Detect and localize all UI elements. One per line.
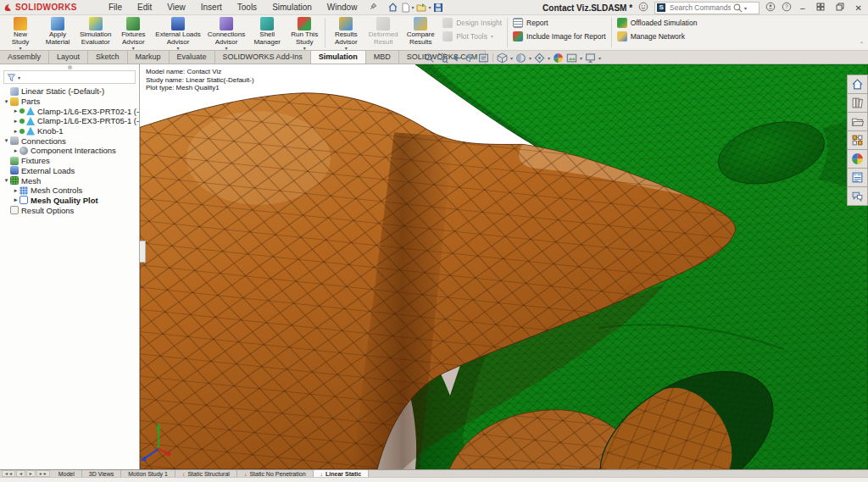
open-document-button[interactable]: ▾	[416, 3, 431, 13]
section-view-icon[interactable]	[465, 53, 476, 64]
tree-item-knob[interactable]: ▸Knob-1	[0, 126, 139, 136]
custom-properties-icon[interactable]	[847, 169, 868, 187]
edit-appearance-icon[interactable]	[553, 53, 564, 64]
feedback-icon[interactable]	[638, 2, 648, 14]
view-settings-caret[interactable]: ▾	[598, 55, 601, 61]
tab-solidworks-add-ins[interactable]: SOLIDWORKS Add-Ins	[214, 50, 311, 64]
menu-tools[interactable]: Tools	[230, 1, 264, 14]
report-button[interactable]: Report	[513, 18, 606, 28]
hide-show-items-icon[interactable]	[534, 53, 545, 64]
previous-tab-button[interactable]: ◄	[16, 470, 25, 477]
run-this-study-button[interactable]: Run This Study▾	[286, 15, 323, 50]
filter-caret[interactable]: ▾	[18, 75, 20, 80]
view-orientation-icon[interactable]	[497, 53, 508, 64]
solidworks-forum-icon[interactable]	[847, 187, 868, 206]
dynamic-annotation-icon[interactable]	[478, 53, 489, 64]
tab-simulation[interactable]: Simulation	[310, 50, 366, 64]
tree-item-mesh[interactable]: ▾Mesh	[0, 175, 139, 186]
restore-button[interactable]	[833, 3, 847, 13]
previous-view-icon[interactable]	[451, 53, 462, 64]
results-advisor-button[interactable]: Results Advisor▾	[327, 15, 364, 50]
tree-item-component-interactions[interactable]: ▸Component Interactions	[0, 146, 139, 156]
tree-filter[interactable]: ▾	[3, 70, 136, 84]
menu-window[interactable]: Window	[320, 1, 365, 14]
window-layout-button[interactable]	[814, 3, 827, 13]
search-caret[interactable]: ▾	[744, 5, 747, 11]
pin-menu-icon[interactable]	[370, 3, 377, 12]
tab-layout[interactable]: Layout	[48, 50, 88, 64]
tab-static-structural[interactable]: ↓Static Structural	[175, 470, 237, 477]
first-tab-button[interactable]: ◄◄	[2, 470, 15, 477]
view-orientation-caret[interactable]: ▾	[510, 55, 513, 61]
display-style-caret[interactable]: ▾	[529, 55, 531, 61]
new-document-button[interactable]: ▾	[401, 3, 414, 13]
tab-mbd[interactable]: MBD	[365, 50, 399, 64]
zoom-to-area-icon[interactable]	[437, 53, 448, 64]
menu-simulation[interactable]: Simulation	[264, 1, 320, 14]
close-button[interactable]: ✕	[853, 3, 865, 13]
manage-network-button[interactable]: Manage Network	[617, 31, 698, 42]
user-account-icon[interactable]	[765, 2, 776, 14]
mesh-quality-scene[interactable]	[140, 64, 868, 469]
save-button[interactable]	[433, 3, 443, 13]
tree-item-connections[interactable]: ▾Connections	[0, 136, 139, 146]
tree-item-mesh-controls[interactable]: ▸Mesh Controls	[0, 186, 139, 196]
tree-item-parts[interactable]: ▾Parts	[0, 97, 139, 107]
tree-item-result-options[interactable]: Result Options	[0, 205, 139, 215]
external-loads-advisor-button[interactable]: External Loads Advisor▾	[152, 15, 203, 50]
display-style-icon[interactable]	[515, 53, 526, 64]
tree-item-clamp-prt02[interactable]: ▸Clamp-1/L6-EX3-PRT02-1 (-Brass-)	[0, 106, 139, 116]
offloaded-simulation-button[interactable]: Offloaded Simulation	[617, 18, 698, 28]
search-input[interactable]	[668, 3, 732, 13]
panel-splitter-handle[interactable]	[68, 65, 72, 69]
panel-flyout-handle[interactable]	[140, 241, 146, 263]
design-library-icon[interactable]	[847, 94, 868, 113]
tree-item-clamp-prt05[interactable]: ▸Clamp-1/L6-EX3-PRT05-1 (-Rubber-)	[0, 116, 139, 126]
next-tab-button[interactable]: ►	[26, 470, 36, 477]
view-settings-icon[interactable]	[585, 53, 596, 64]
new-document-caret[interactable]: ▾	[411, 4, 414, 10]
zoom-to-fit-icon[interactable]	[424, 53, 435, 64]
tree-item-fixtures[interactable]: Fixtures	[0, 156, 139, 166]
search-icon[interactable]	[732, 3, 743, 14]
apply-material-button[interactable]: Apply Material	[39, 15, 76, 50]
tab-markup[interactable]: Markup	[127, 50, 170, 64]
tab-sketch[interactable]: Sketch	[87, 50, 128, 64]
last-tab-button[interactable]: ►►	[36, 470, 50, 477]
tree-item-linear-static[interactable]: Linear Static (-Default-)	[0, 86, 139, 97]
tab-assembly[interactable]: Assembly	[0, 50, 49, 64]
tab-linear-static[interactable]: ↓Linear Static	[314, 470, 370, 477]
tree-item-mesh-quality-plot[interactable]: ▸Mesh Quality Plot	[0, 196, 139, 206]
tab-3d-views[interactable]: 3D Views	[82, 470, 121, 477]
minimize-button[interactable]: –	[798, 3, 808, 13]
apply-scene-caret[interactable]: ▾	[580, 55, 582, 61]
open-document-caret[interactable]: ▾	[428, 4, 431, 10]
fixtures-advisor-button[interactable]: Fixtures Advisor▾	[114, 15, 152, 50]
view-palette-icon[interactable]	[847, 131, 868, 150]
graphics-viewport[interactable]: Model name: Contact Viz Study name: Line…	[140, 64, 868, 469]
menu-file[interactable]: File	[101, 1, 130, 14]
shell-manager-button[interactable]: Shell Manager	[248, 15, 286, 50]
compare-results-button[interactable]: Compare Results	[402, 15, 439, 50]
tab-motion-study-1[interactable]: Motion Study 1	[121, 470, 175, 477]
tab-evaluate[interactable]: Evaluate	[169, 50, 215, 64]
new-study-button[interactable]: New Study▾	[2, 15, 39, 50]
apply-scene-icon[interactable]	[566, 53, 577, 64]
hide-show-items-caret[interactable]: ▾	[548, 55, 550, 61]
appearances-scenes-icon[interactable]	[847, 150, 868, 169]
home-tab-icon[interactable]	[847, 75, 868, 94]
tab-model[interactable]: Model	[52, 470, 82, 477]
tree-item-external-loads[interactable]: External Loads	[0, 166, 139, 176]
file-explorer-icon[interactable]	[847, 113, 868, 131]
help-icon[interactable]: ?	[782, 2, 792, 14]
search-commands-box[interactable]: S ▾	[654, 2, 760, 14]
tab-static-no-penetration[interactable]: ↓Static No Penetration	[237, 470, 314, 477]
connections-advisor-button[interactable]: Connections Advisor▾	[204, 15, 248, 50]
include-image-for-report-button[interactable]: Include Image for Report	[513, 31, 606, 42]
menu-edit[interactable]: Edit	[130, 1, 159, 14]
simulation-evaluator-button[interactable]: Simulation Evaluator	[76, 15, 114, 50]
home-button[interactable]	[387, 2, 398, 13]
menu-insert[interactable]: Insert	[193, 1, 230, 14]
menu-view[interactable]: View	[159, 1, 193, 14]
ribbon-collapse-chevron[interactable]: ˆ	[860, 41, 863, 49]
